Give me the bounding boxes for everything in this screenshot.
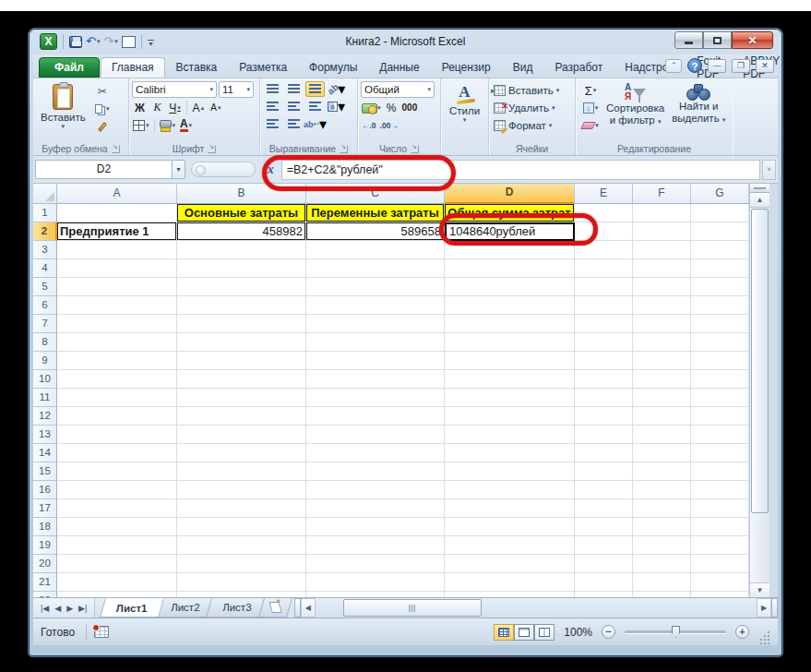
- page-break-view-button[interactable]: [534, 624, 555, 641]
- row-header-4[interactable]: 4: [33, 259, 57, 278]
- cell-A22[interactable]: [57, 592, 177, 597]
- cell-F22[interactable]: [633, 592, 691, 597]
- cell-D15[interactable]: [445, 462, 575, 481]
- cell-G10[interactable]: [691, 370, 749, 389]
- cell-D7[interactable]: [445, 315, 575, 333]
- cell-E14[interactable]: [575, 444, 633, 462]
- cell-D14[interactable]: [445, 444, 575, 462]
- cell-G18[interactable]: [691, 518, 749, 536]
- row-header-15[interactable]: 15: [33, 462, 57, 481]
- cell-C5[interactable]: [306, 278, 445, 296]
- cell-G7[interactable]: [691, 315, 749, 333]
- row-header-21[interactable]: 21: [33, 573, 57, 592]
- cell-E6[interactable]: [575, 296, 633, 315]
- cell-C22[interactable]: [306, 592, 445, 597]
- scroll-left-icon[interactable]: ◀: [301, 598, 316, 618]
- cell-F15[interactable]: [633, 462, 691, 481]
- cell-D19[interactable]: [445, 536, 575, 555]
- zoom-slider-handle[interactable]: [672, 626, 680, 638]
- paste-button[interactable]: Вставить▾: [36, 81, 90, 142]
- cell-C6[interactable]: [306, 296, 445, 315]
- cell-A3[interactable]: [57, 241, 177, 259]
- cell-C20[interactable]: [306, 555, 445, 573]
- find-select-button[interactable]: Найти и выделить ▾: [668, 81, 729, 142]
- cell-F10[interactable]: [633, 370, 691, 389]
- cell-A14[interactable]: [57, 444, 177, 462]
- cell-B9[interactable]: [177, 352, 306, 370]
- cell-F4[interactable]: [633, 259, 691, 278]
- cell-E15[interactable]: [575, 462, 633, 481]
- cell-E10[interactable]: [575, 370, 633, 389]
- cell-C19[interactable]: [306, 536, 445, 555]
- column-header-A[interactable]: A: [57, 184, 177, 204]
- cell-C21[interactable]: [306, 573, 445, 592]
- insert-worksheet-tab[interactable]: [258, 598, 292, 618]
- cell-D6[interactable]: [445, 296, 575, 315]
- tab-Вид[interactable]: Вид: [502, 57, 544, 78]
- clear-button[interactable]: ▾: [578, 117, 602, 134]
- fill-button[interactable]: ↓▾: [578, 100, 602, 116]
- cell-A5[interactable]: [57, 278, 177, 296]
- align-top-button[interactable]: [263, 81, 282, 97]
- row-header-14[interactable]: 14: [33, 444, 57, 462]
- cell-C12[interactable]: [306, 407, 445, 426]
- wrap-text-button[interactable]: ab↩▾: [305, 116, 325, 132]
- cell-F6[interactable]: [633, 296, 691, 315]
- first-sheet-icon[interactable]: |◀: [39, 604, 51, 613]
- scroll-down-icon[interactable]: ▼: [750, 582, 769, 597]
- tab-file[interactable]: Файл: [39, 57, 100, 78]
- cell-C10[interactable]: [306, 370, 445, 389]
- vertical-scroll-thumb[interactable]: [751, 209, 769, 513]
- row-header-10[interactable]: 10: [33, 370, 57, 389]
- cell-C3[interactable]: [306, 241, 445, 259]
- cell-E16[interactable]: [575, 481, 633, 499]
- cell-D13[interactable]: [445, 426, 575, 444]
- cell-F5[interactable]: [633, 278, 691, 296]
- cell-F11[interactable]: [633, 389, 691, 407]
- thousands-button[interactable]: 000: [401, 100, 419, 115]
- align-right-button[interactable]: [305, 99, 325, 114]
- dialog-launcher-icon[interactable]: [340, 145, 348, 153]
- cell-E9[interactable]: [575, 352, 633, 370]
- cell-C1[interactable]: Переменные затраты: [306, 204, 445, 222]
- dialog-launcher-icon[interactable]: [208, 145, 216, 153]
- cell-C15[interactable]: [306, 462, 445, 481]
- cell-A12[interactable]: [57, 407, 177, 426]
- align-middle-button[interactable]: [284, 81, 304, 97]
- cell-G9[interactable]: [691, 352, 749, 370]
- cell-D10[interactable]: [445, 370, 575, 389]
- row-header-7[interactable]: 7: [33, 315, 57, 333]
- cell-A13[interactable]: [57, 426, 177, 444]
- cell-A8[interactable]: [57, 333, 177, 352]
- row-header-12[interactable]: 12: [33, 407, 57, 426]
- cell-G5[interactable]: [691, 278, 749, 296]
- cell-C7[interactable]: [306, 315, 445, 333]
- cell-E21[interactable]: [575, 573, 633, 592]
- cell-C4[interactable]: [306, 259, 445, 278]
- cell-D16[interactable]: [445, 481, 575, 499]
- collapse-ribbon-icon[interactable]: ⌃: [665, 59, 682, 73]
- help-icon[interactable]: ?: [687, 58, 702, 73]
- merge-center-button[interactable]: a▾: [327, 99, 346, 114]
- cell-E7[interactable]: [575, 315, 633, 333]
- cut-button[interactable]: ✂: [90, 83, 114, 100]
- normal-view-button[interactable]: [494, 624, 514, 641]
- cell-G16[interactable]: [691, 481, 749, 499]
- cell-B19[interactable]: [177, 536, 306, 555]
- fill-color-button[interactable]: ▾: [159, 117, 177, 133]
- cell-C16[interactable]: [306, 481, 445, 499]
- cell-B11[interactable]: [177, 389, 306, 407]
- cell-B10[interactable]: [177, 370, 306, 389]
- select-all-button[interactable]: [33, 184, 57, 204]
- row-header-17[interactable]: 17: [33, 499, 57, 518]
- zoom-in-button[interactable]: +: [735, 625, 749, 639]
- cell-A20[interactable]: [57, 555, 177, 573]
- horizontal-split-handle[interactable]: [771, 598, 778, 618]
- cell-B12[interactable]: [177, 407, 306, 426]
- number-format-combo[interactable]: Общий▾: [361, 81, 435, 98]
- workbook-restore-button[interactable]: ❐: [732, 59, 750, 73]
- cell-B18[interactable]: [177, 518, 306, 536]
- cell-A1[interactable]: [57, 204, 177, 222]
- delete-cells-button[interactable]: Удалить▾: [492, 99, 572, 116]
- align-bottom-button[interactable]: [305, 81, 325, 97]
